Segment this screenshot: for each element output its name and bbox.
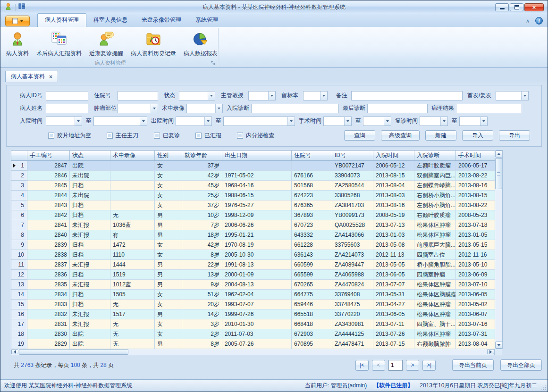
table-cell[interactable]: 1505 [110,290,155,300]
combo-dropdown-button[interactable] [204,117,211,125]
table-row[interactable]: 62842归档无男10岁1998-12-09367893YB0099173200… [11,210,495,220]
table-cell[interactable]: 33805268 [332,191,373,200]
column-header[interactable]: 出生日期 [222,150,292,161]
combo-field[interactable] [323,117,352,126]
table-cell[interactable]: 1968-04-16 [222,181,292,191]
combo-field[interactable] [459,117,488,126]
table-cell[interactable]: 男 [155,270,182,280]
table-cell[interactable]: 2013-06-09 [456,270,495,280]
table-cell[interactable]: 2013-08-04 [456,339,495,349]
row-number-cell[interactable]: 19 [11,339,27,349]
table-cell[interactable]: 出院 [70,161,110,171]
table-cell[interactable]: 归档 [70,240,110,250]
table-cell[interactable]: 女 [155,200,182,210]
table-row[interactable]: 12847出院女37岁YB00721472006-05-12左额叶胶质瘤2006… [11,161,495,171]
table-cell[interactable]: 2013-08-22 [456,200,495,210]
table-cell[interactable]: 无 [110,319,155,329]
table-cell[interactable]: 1036蓝 [110,220,155,230]
scroll-down-button[interactable] [495,342,502,349]
table-cell[interactable]: 松果体区肿瘤 [414,300,456,309]
table-cell[interactable]: 归档 [70,200,110,210]
table-cell[interactable]: 松果体区肿瘤 [414,309,456,319]
table-cell[interactable]: 未汇报 [70,220,110,230]
combo-field[interactable] [363,117,391,126]
horizontal-scrollbar[interactable] [11,349,495,355]
table-cell[interactable]: ZA3841703 [332,200,373,210]
combo-dropdown-button[interactable] [320,92,327,100]
table-row[interactable]: 72841未汇报1036蓝男7岁2006-06-26670723QA002552… [11,220,495,230]
table-cell[interactable]: 2013-05-15 [456,240,495,250]
table-cell[interactable]: 有 [110,230,155,240]
table-cell[interactable]: 1517 [110,309,155,319]
maximize-button[interactable] [510,3,523,11]
tab-patient-basic-info[interactable]: 病人基本资料 × [5,71,58,82]
table-cell[interactable]: 1976-05-27 [222,200,292,210]
close-button[interactable]: × [524,3,544,11]
table-cell[interactable]: 未出院 [70,191,110,200]
checkbox-icon[interactable] [107,133,113,139]
table-cell[interactable]: 42岁 [182,171,222,181]
table-cell[interactable]: 659446 [292,300,332,309]
table-cell[interactable]: 右颞叶胶质瘤 [414,210,456,220]
horizontal-scroll-thumb[interactable] [19,349,128,355]
table-cell[interactable]: 四脑室占位 [414,250,456,260]
table-cell[interactable]: 未汇报 [70,309,110,319]
combo-dropdown-button[interactable] [521,92,528,100]
table-cell[interactable]: 45岁 [182,181,222,191]
table-cell[interactable]: 归档 [70,210,110,220]
action-button-新建[interactable]: 新建 [425,130,456,141]
table-cell[interactable]: 女 [155,161,182,171]
text-field[interactable] [118,91,158,100]
row-number-cell[interactable]: 13 [11,280,27,290]
table-cell[interactable]: 2841 [27,220,70,230]
table-cell[interactable]: 无 [110,339,155,349]
table-cell[interactable]: 1971-05-02 [222,171,292,181]
table-cell[interactable]: 桥小脑角胆脂... [414,260,456,270]
table-cell[interactable]: 1962-02-04 [222,290,292,300]
vertical-scroll-track[interactable] [495,190,502,342]
action-button-查询[interactable]: 查询 [344,130,375,141]
checkbox-icon[interactable] [48,133,54,139]
table-row[interactable]: 82840未汇报有男18岁1995-01-21643332ZA414306620… [11,230,495,240]
table-cell[interactable]: 33755603 [332,240,373,250]
table-cell[interactable]: 1472 [110,240,155,250]
table-cell[interactable]: 367893 [292,210,332,220]
table-cell[interactable]: 1991-08-13 [222,260,292,270]
table-cell[interactable]: 右额颞脑脓肿 [414,339,456,349]
ribbon-tab-department-staff[interactable]: 科室人员信息 [86,14,135,27]
table-cell[interactable]: 2013-04-27 [373,300,414,309]
table-cell[interactable]: 1519 [110,270,155,280]
table-cell[interactable]: 37岁 [182,161,222,171]
row-number-cell[interactable]: 7 [11,220,27,230]
combo-dropdown-button[interactable] [440,117,447,125]
combo-dropdown-button[interactable] [151,104,158,113]
table-cell[interactable]: 2013-06-05 [373,309,414,319]
vertical-scroll-thumb[interactable] [495,158,502,189]
patient-info-button[interactable]: 病人资料 [2,29,33,59]
table-cell[interactable]: 2013-06-05 [373,270,414,280]
table-cell[interactable]: 501568 [292,181,332,191]
table-cell[interactable]: QA0025528 [332,220,373,230]
table-cell[interactable]: 四脑室、脑干... [414,319,456,329]
table-cell[interactable]: 无 [110,329,155,339]
text-field[interactable] [351,91,463,100]
table-cell[interactable]: 2845 [27,181,70,191]
table-cell[interactable]: 男 [155,260,182,270]
table-cell[interactable]: 2011-07-03 [222,329,292,339]
table-cell[interactable]: 男 [155,220,182,230]
table-cell[interactable]: 2013-01-03 [373,230,414,240]
table-cell[interactable]: 2013-08-22 [456,171,495,181]
table-cell[interactable]: 2835 [27,280,70,290]
table-cell[interactable]: 女 [155,181,182,191]
table-cell[interactable]: 2013-05-02 [456,300,495,309]
table-cell[interactable]: 归档 [70,290,110,300]
table-cell[interactable] [110,161,155,171]
text-field[interactable] [46,104,88,113]
horizontal-scroll-track[interactable] [129,349,487,355]
table-cell[interactable]: 20岁 [182,300,222,309]
checkbox-icon[interactable] [195,133,202,139]
row-number-cell[interactable]: 12 [11,270,27,280]
page-number-input[interactable] [388,360,403,371]
table-cell[interactable]: 左侧蝶骨嵴脑... [414,181,456,191]
action-button-导入[interactable]: 导入 [462,130,493,141]
